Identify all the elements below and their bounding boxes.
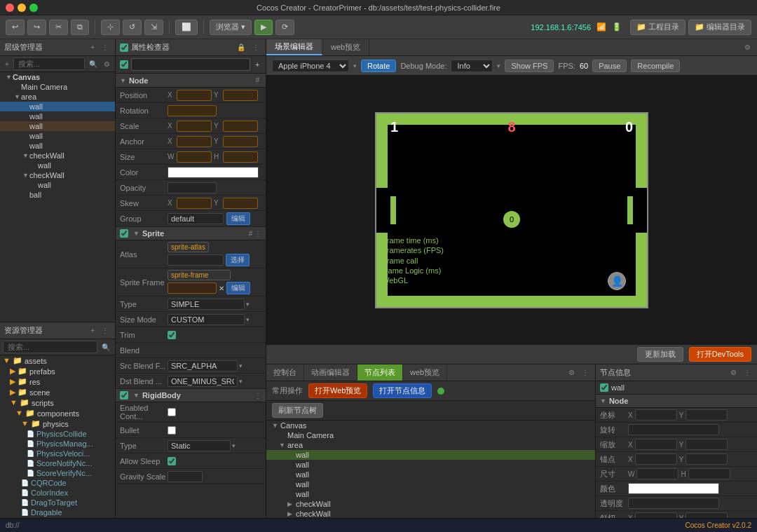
asset-physicsManag[interactable]: 📄 PhysicsManag... <box>0 439 115 449</box>
anchor-x-input[interactable]: 0.5 <box>177 136 212 147</box>
tree-wall-3[interactable]: wall <box>0 121 115 131</box>
debug-mode-select[interactable]: Info <box>451 60 493 72</box>
asset-dragtotarget[interactable]: 📄 DragToTarget <box>0 498 115 507</box>
asset-scoreVerify[interactable]: 📄 ScoreVerifyNc... <box>0 468 115 478</box>
skew-y-input[interactable]: 0 <box>223 198 258 209</box>
bt-wall-3[interactable]: wall <box>266 470 595 479</box>
component-active-checkbox[interactable] <box>120 60 128 69</box>
color-swatch[interactable] <box>168 167 259 178</box>
asset-options-btn[interactable]: ⋮ <box>100 326 111 335</box>
bt-checkwall-2[interactable]: ▶ checkWall <box>266 509 595 519</box>
cut-button[interactable]: ✂ <box>49 20 68 35</box>
tree-main-camera[interactable]: Main Camera <box>0 82 115 92</box>
component-menu-btn[interactable]: + <box>253 60 261 69</box>
prop-lock-btn[interactable]: 🔒 <box>235 43 247 52</box>
opacity-input[interactable]: 255 <box>168 182 217 193</box>
hierarchy-options-btn[interactable]: ⋮ <box>100 43 111 52</box>
hierarchy-tool1[interactable]: + <box>3 60 11 69</box>
info-size-w[interactable]: 960 <box>636 468 678 479</box>
bottom-tab-menu[interactable]: ⋮ <box>580 368 591 377</box>
move-button[interactable]: ⊹ <box>101 20 120 35</box>
rigidbody-enable-checkbox[interactable] <box>120 391 128 400</box>
copy-button[interactable]: ⧉ <box>71 20 89 35</box>
node-info-btn[interactable]: 打开节点信息 <box>373 383 432 398</box>
console-tab[interactable]: 控制台 <box>266 364 304 381</box>
asset-components-folder[interactable]: ▼ 📁 components <box>0 408 115 418</box>
asset-assets-folder[interactable]: ▼ 📁 assets <box>0 355 115 366</box>
devtools-btn[interactable]: 打开DevTools <box>689 347 751 362</box>
info-anchor-y[interactable]: 0.5 <box>686 453 728 465</box>
device-selector[interactable]: Apple iPhone 4 <box>272 60 349 72</box>
animation-editor-tab[interactable]: 动画编辑器 <box>304 364 357 381</box>
component-enable-checkbox[interactable] <box>120 43 128 52</box>
refresh-btn[interactable]: 更新加载 <box>637 347 683 362</box>
tree-canvas[interactable]: ▼ Canvas <box>0 72 115 82</box>
scale-y-input[interactable]: 1 <box>223 121 258 132</box>
bt-wall-5[interactable]: wall <box>266 489 595 499</box>
asset-colorindex[interactable]: 📄 ColorIndex <box>0 488 115 498</box>
bt-wall-1[interactable]: wall <box>266 450 595 460</box>
scale-x-input[interactable]: 1 <box>177 121 212 132</box>
asset-scripts-folder[interactable]: ▼ 📁 scripts <box>0 397 115 408</box>
project-dir-button[interactable]: 📁 工程目录 <box>630 20 686 35</box>
asset-add-btn[interactable]: + <box>88 326 97 335</box>
tree-wall-4[interactable]: wall <box>0 131 115 141</box>
bullet-checkbox[interactable] <box>168 426 176 435</box>
bt-main-camera[interactable]: Main Camera <box>266 430 595 440</box>
position-y-input[interactable]: 220 <box>223 90 258 101</box>
size-mode-select[interactable]: CUSTOM TRIMMED RAW <box>168 314 245 325</box>
node-section-header[interactable]: ▼ Node # <box>116 74 266 88</box>
component-name-input[interactable]: wall <box>131 58 250 71</box>
recompile-btn[interactable]: Recompile <box>631 60 680 72</box>
rotate-scene-btn[interactable]: Rotate <box>361 60 396 72</box>
bt-checkwall-1[interactable]: ▶ checkWall <box>266 499 595 509</box>
node-section-options[interactable]: # <box>253 76 261 85</box>
atlas-select-btn[interactable]: 选择 <box>226 254 250 266</box>
refresh-toolbar-button[interactable]: ⟳ <box>275 20 294 35</box>
asset-search-input[interactable] <box>3 341 97 353</box>
sprite-type-select[interactable]: SIMPLE SLICED TILED FILLED MESH <box>168 299 245 310</box>
scene-settings-btn[interactable]: ⚙ <box>742 43 753 52</box>
undo-button[interactable]: ↩ <box>6 20 25 35</box>
atlas-input[interactable]: None <box>168 254 224 266</box>
info-anchor-x[interactable]: 0.5 <box>635 453 677 465</box>
sprite-frame-clear-btn[interactable]: ✕ <box>219 285 224 292</box>
sprite-frame-input[interactable]: default_spri... <box>168 282 217 294</box>
asset-res-folder[interactable]: ▶ 📁 res <box>0 376 115 387</box>
info-scale-y[interactable]: 1 <box>686 439 728 450</box>
info-color-swatch[interactable] <box>628 483 719 494</box>
info-pos-y[interactable]: -310 <box>686 409 728 421</box>
dst-blend-select[interactable]: ONE_MINUS_SRC_ALPHA <box>168 376 238 387</box>
scene-editor-tab[interactable]: 场景编辑器 <box>266 39 322 55</box>
asset-scoreNotify[interactable]: 📄 ScoreNotifyNc... <box>0 458 115 468</box>
browser-dropdown[interactable]: 浏览器 ▾ <box>210 20 252 35</box>
node-info-node-header[interactable]: ▼ Node <box>596 395 757 408</box>
rect-button[interactable]: ⬜ <box>175 20 198 35</box>
info-rotation-input[interactable]: 0 <box>628 424 719 435</box>
play-button[interactable]: ▶ <box>254 20 273 35</box>
refresh-nodes-btn[interactable]: 刷新节点树 <box>272 403 323 418</box>
asset-cqrcode[interactable]: 📄 CQRCode <box>0 478 115 488</box>
node-list-tab[interactable]: 节点列表 <box>357 364 403 381</box>
asset-physics-folder[interactable]: ▼ 📁 physics <box>0 418 115 429</box>
tree-area[interactable]: ▼ area <box>0 92 115 102</box>
scale-button[interactable]: ⇲ <box>144 20 163 35</box>
gravity-scale-input[interactable]: 1 <box>168 471 203 482</box>
bt-wall-2[interactable]: wall <box>266 460 595 470</box>
group-edit-btn[interactable]: 编辑 <box>226 212 250 225</box>
hierarchy-add-btn[interactable]: + <box>88 43 97 52</box>
tree-checkwall-1[interactable]: ▼ checkWall <box>0 151 115 161</box>
rb-type-select[interactable]: Static Dynamic Kinematic Animated <box>168 440 231 451</box>
info-pos-x[interactable]: 0 <box>635 409 677 421</box>
skew-x-input[interactable]: 0 <box>177 198 212 209</box>
hierarchy-search-btn[interactable]: 🔍 <box>87 60 100 69</box>
rigidbody-options[interactable]: ⋮ <box>254 392 261 400</box>
minimize-button[interactable] <box>18 4 26 12</box>
bt-wall-4[interactable]: wall <box>266 479 595 489</box>
maximize-button[interactable] <box>29 4 38 12</box>
tree-wall-2[interactable]: wall <box>0 111 115 121</box>
info-opacity-input[interactable]: 255 <box>628 498 719 509</box>
prop-options-btn[interactable]: ⋮ <box>250 43 261 52</box>
anchor-y-input[interactable]: 0.5 <box>223 136 258 147</box>
asset-prefabs-folder[interactable]: ▶ 📁 prefabs <box>0 366 115 376</box>
